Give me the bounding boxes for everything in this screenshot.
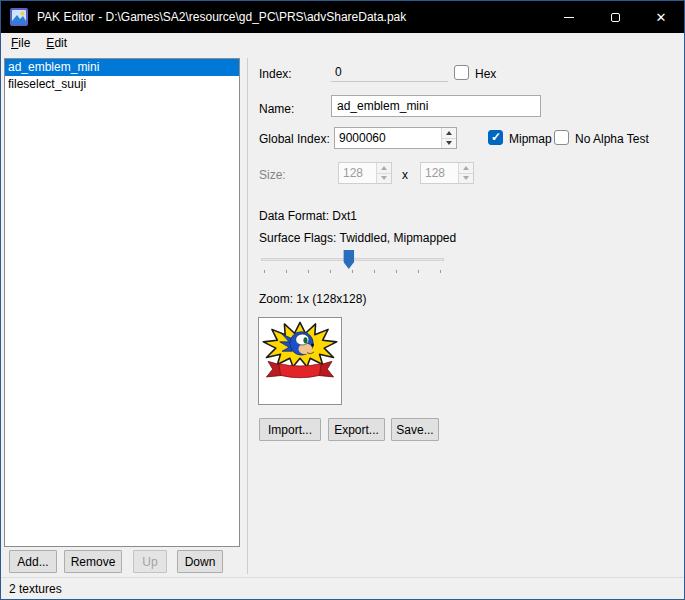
spin-down-icon (381, 176, 387, 180)
maximize-icon (611, 13, 620, 22)
close-button[interactable]: ✕ (638, 1, 684, 33)
texture-list[interactable]: ad_emblem_minifileselect_suuji (4, 58, 240, 547)
title-bar[interactable]: PAK Editor - D:\Games\SA2\resource\gd_PC… (1, 1, 684, 33)
name-label: Name: (259, 102, 294, 116)
spin-down-icon (446, 141, 452, 145)
minimize-button[interactable] (546, 1, 592, 33)
size-width-spin-up-button (377, 163, 391, 173)
size-separator-label: x (402, 168, 408, 182)
surface-flags-label: Surface Flags: Twiddled, Mipmapped (259, 231, 456, 245)
global-index-updown (334, 127, 457, 149)
texture-list-item[interactable]: ad_emblem_mini (5, 59, 239, 76)
data-format-label: Data Format: Dxt1 (259, 209, 357, 223)
down-button[interactable]: Down (177, 550, 223, 573)
name-input[interactable] (331, 95, 541, 117)
size-width-input (339, 163, 376, 183)
no-alpha-test-label: No Alpha Test (575, 132, 649, 146)
texture-preview-box (258, 317, 342, 405)
mip-slider-thumb[interactable] (343, 250, 354, 269)
size-height-updown (420, 162, 474, 184)
status-text: 2 textures (9, 582, 62, 596)
menu-edit[interactable]: Edit (38, 33, 75, 55)
menu-file[interactable]: File (3, 33, 38, 55)
global-index-input[interactable] (335, 128, 441, 148)
mip-slider-ticks (264, 270, 441, 273)
save-button[interactable]: Save... (391, 418, 439, 441)
size-height-spin-up-button (459, 163, 473, 173)
size-width-updown (338, 162, 392, 184)
spin-up-icon (381, 166, 387, 170)
maximize-button[interactable] (592, 1, 638, 33)
export-button[interactable]: Export... (328, 418, 385, 441)
hex-label: Hex (475, 67, 496, 81)
mipmap-label: Mipmap (509, 132, 552, 146)
texture-preview-image (261, 320, 339, 384)
texture-list-item[interactable]: fileselect_suuji (5, 76, 239, 93)
global-index-label: Global Index: (259, 132, 330, 146)
app-icon (10, 8, 28, 26)
panel-splitter (247, 58, 248, 574)
window-title: PAK Editor - D:\Games\SA2\resource\gd_PC… (37, 10, 406, 24)
spin-down-icon (463, 176, 469, 180)
size-height-spin-down-button (459, 173, 473, 184)
mip-slider[interactable] (259, 247, 446, 275)
spin-up-icon (463, 166, 469, 170)
index-label: Index: (259, 67, 292, 81)
no-alpha-test-checkbox[interactable] (554, 130, 569, 145)
menu-bar: File Edit (1, 33, 684, 55)
minimize-icon (564, 17, 574, 18)
remove-button[interactable]: Remove (64, 550, 122, 573)
zoom-label: Zoom: 1x (128x128) (259, 292, 366, 306)
global-index-spin-down-button[interactable] (442, 138, 456, 149)
index-input[interactable] (331, 62, 448, 82)
up-button: Up (133, 550, 167, 573)
close-icon: ✕ (656, 11, 667, 24)
pak-editor-window: PAK Editor - D:\Games\SA2\resource\gd_PC… (0, 0, 685, 600)
import-button[interactable]: Import... (259, 418, 321, 441)
hex-checkbox[interactable] (454, 65, 469, 80)
global-index-spin-up-button[interactable] (442, 128, 456, 138)
add-button[interactable]: Add... (9, 550, 57, 573)
mipmap-checkbox[interactable] (488, 130, 503, 145)
size-width-spin-down-button (377, 173, 391, 184)
status-bar: 2 textures (1, 577, 684, 600)
size-label: Size: (259, 168, 286, 182)
size-height-input (421, 163, 458, 183)
spin-up-icon (446, 131, 452, 135)
